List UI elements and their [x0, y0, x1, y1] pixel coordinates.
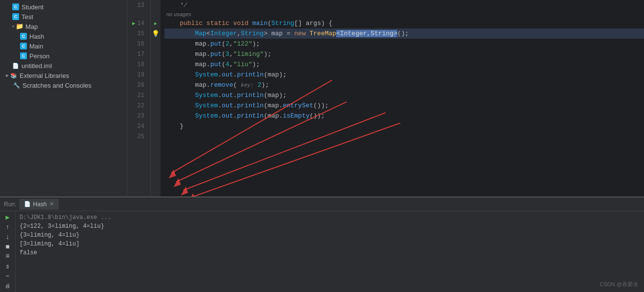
class-icon: C — [12, 13, 20, 21]
tab-hash[interactable]: 📄 Hash ✕ — [19, 199, 59, 210]
sidebar-item-label: Student — [22, 3, 44, 11]
bottom-content: ▶ ↑ ↓ ■ ≡ ⇕ ✂ 🖨 D:\JDK1.8\bin\java.exe .… — [0, 211, 644, 292]
sidebar-item-label: Main — [29, 43, 43, 50]
chevron-icon: ▶ — [6, 73, 9, 78]
sidebar-item-label: Person — [29, 52, 49, 60]
line-num-14: ▶ 14 — [131, 18, 146, 28]
gutter-empty — [151, 111, 161, 121]
console-line-1: {2=122, 3=liming, 4=liu} — [20, 222, 640, 231]
code-line-21: System.out.println(map); — [164, 90, 644, 100]
watermark: CSDN @吞爱冰 — [600, 281, 638, 288]
console-line-3: [3=liming, 4=liu] — [20, 240, 640, 248]
code-line-19: System.out.println(map); — [164, 70, 644, 80]
code-type: String — [272, 20, 295, 27]
scroll-up-button[interactable]: ↑ — [2, 223, 14, 232]
iml-icon: 📄 — [12, 62, 20, 70]
code-text — [164, 30, 195, 37]
sidebar-item-label: Hash — [29, 33, 44, 40]
gutter-empty — [151, 131, 161, 142]
gutter-empty — [151, 121, 161, 131]
hint-bulb-icon[interactable]: 💡 — [152, 30, 160, 38]
code-line-13: */ — [164, 0, 644, 10]
stop-button[interactable]: ■ — [2, 243, 14, 251]
code-line-17: map.put(3,"liming"); — [164, 49, 644, 59]
tab-close-button[interactable]: ✕ — [49, 201, 54, 207]
class-icon: C — [20, 32, 27, 40]
line-numbers: 13 ▶ 14 15 16 17 18 19 20 21 22 23 24 25 — [127, 0, 151, 196]
run-label: Run: — [4, 201, 16, 208]
line-num-24: 24 — [131, 121, 146, 131]
gutter-empty — [151, 70, 161, 80]
code-line-20: map.remove( key: 2); — [164, 80, 644, 90]
sidebar-item-scratches[interactable]: 🔧 Scratches and Consoles — [0, 80, 127, 90]
class-icon: C — [12, 3, 20, 11]
line-num-18: 18 — [131, 59, 146, 70]
line-num-22: 22 — [131, 100, 146, 111]
code-text: */ — [164, 1, 187, 9]
code-line-25 — [164, 131, 644, 142]
line-num-17: 17 — [131, 49, 146, 59]
sidebar: C Student C Test ▾ 📁 Map C Hash C Main C… — [0, 0, 127, 196]
sidebar-item-label: Scratches and Consoles — [23, 82, 92, 89]
code-line-24: } — [164, 121, 644, 131]
scratch-icon: 🔧 — [13, 81, 21, 89]
sidebar-item-student[interactable]: C Student — [0, 2, 127, 12]
code-container: 13 ▶ 14 15 16 17 18 19 20 21 22 23 24 25 — [127, 0, 644, 196]
code-line-23: System.out.println(map.isEmpty()); — [164, 111, 644, 121]
no-usages-hint: no usages — [164, 10, 644, 18]
sidebar-item-main[interactable]: C Main — [0, 41, 127, 51]
tab-file-icon: 📄 — [24, 201, 31, 207]
bottom-panel: Run: 📄 Hash ✕ ▶ ↑ ↓ ■ ≡ ⇕ ✂ 🖨 D:\JDK1.8\… — [0, 196, 644, 292]
chevron-icon: ▾ — [12, 24, 15, 29]
rerun-button[interactable]: ≡ — [2, 252, 14, 261]
code-keyword: public — [180, 20, 203, 27]
fold-button[interactable]: ✂ — [2, 271, 14, 280]
editor-area: 13 ▶ 14 15 16 17 18 19 20 21 22 23 24 25 — [127, 0, 644, 196]
code-method: main — [253, 20, 268, 27]
line-num-25: 25 — [131, 131, 146, 142]
run-gutter-icon: ▶ — [154, 21, 157, 26]
sidebar-item-hash[interactable]: C Hash — [0, 31, 127, 41]
tab-label: Hash — [33, 201, 46, 208]
sidebar-item-untitled[interactable]: 📄 untitled.iml — [0, 61, 127, 71]
lib-icon: 📚 — [10, 72, 18, 79]
code-line-14: public static void main(String[] args) { — [164, 18, 644, 28]
line-num-23: 23 — [131, 111, 146, 121]
no-usages-text: no usages — [166, 11, 191, 17]
gutter-empty — [151, 39, 161, 49]
sidebar-item-label: untitled.iml — [22, 62, 52, 70]
line-num-21: 21 — [131, 90, 146, 100]
print-button[interactable]: 🖨 — [2, 281, 14, 290]
sidebar-item-label: External Libraries — [20, 72, 69, 79]
sidebar-item-map[interactable]: ▾ 📁 Map — [0, 22, 127, 31]
code-keyword: static — [207, 20, 230, 27]
console-output: D:\JDK1.8\bin\java.exe ... {2=122, 3=lim… — [16, 211, 644, 292]
scroll-down-button[interactable]: ↓ — [2, 233, 14, 242]
line-num-19: 19 — [131, 70, 146, 80]
console-line-4: false — [20, 248, 640, 257]
line-num-15: 15 — [131, 28, 146, 39]
code-line-18: map.put(4,"liu"); — [164, 59, 644, 70]
bottom-panel-header: Run: 📄 Hash ✕ — [0, 197, 644, 211]
line-num-13a: 13 — [131, 0, 146, 10]
gutter-empty — [151, 90, 161, 100]
sidebar-item-external-libs[interactable]: ▶ 📚 External Libraries — [0, 71, 127, 80]
run-button[interactable]: ▶ — [2, 213, 14, 222]
line-num-16: 16 — [131, 39, 146, 49]
code-text — [164, 20, 180, 27]
line-num-hint — [131, 10, 146, 18]
sidebar-item-person[interactable]: C Person — [0, 51, 127, 61]
gutter-empty — [151, 100, 161, 111]
sidebar-item-test[interactable]: C Test — [0, 12, 127, 22]
run-icon: ▶ — [132, 20, 136, 26]
line-num-20: 20 — [131, 80, 146, 90]
code-editor[interactable]: */ no usages public static void main(Str… — [161, 0, 644, 196]
class-icon: C — [20, 42, 27, 50]
gutter-empty — [151, 80, 161, 90]
gutter: ▶ 💡 — [151, 0, 161, 196]
gutter-empty — [151, 59, 161, 70]
console-line-2: {3=liming, 4=liu} — [20, 231, 640, 240]
console-line-cmd: D:\JDK1.8\bin\java.exe ... — [20, 213, 640, 222]
code-line-16: map.put(2,"122"); — [164, 39, 644, 49]
scroll-end-button[interactable]: ⇕ — [2, 262, 14, 270]
